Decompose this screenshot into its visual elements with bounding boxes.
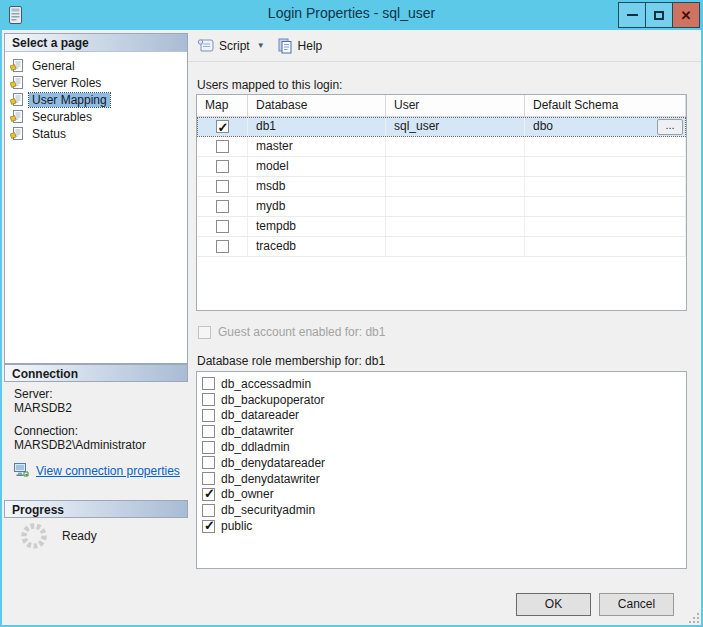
role-checkbox[interactable] [202, 488, 215, 501]
map-checkbox[interactable] [216, 120, 229, 133]
dialog-body: Select a page General Server Roles User … [2, 30, 701, 625]
mapping-table-row[interactable]: db1 sql_user dbo ... [197, 117, 686, 137]
sidebar-page-item[interactable]: User Mapping [5, 91, 187, 108]
role-label: db_denydatareader [221, 456, 325, 470]
guest-account-checkbox [198, 326, 211, 339]
role-checkbox[interactable] [202, 425, 215, 438]
role-checkbox[interactable] [202, 520, 215, 533]
page-icon [10, 110, 25, 124]
map-checkbox[interactable] [216, 140, 229, 153]
script-button-label: Script [219, 39, 250, 53]
close-icon: ✕ [681, 8, 692, 23]
mapping-table-row[interactable]: master [197, 137, 686, 157]
role-list-item[interactable]: db_datawriter [197, 423, 686, 439]
role-label: db_accessadmin [221, 377, 311, 391]
cancel-button[interactable]: Cancel [599, 593, 674, 616]
user-cell [386, 217, 525, 236]
progress-spinner-icon [20, 522, 48, 550]
sidebar-page-item[interactable]: Securables [5, 108, 187, 125]
role-label: db_datawriter [221, 424, 294, 438]
role-checkbox[interactable] [202, 456, 215, 469]
help-button-label: Help [298, 39, 323, 53]
mapping-table-row[interactable]: msdb [197, 177, 686, 197]
column-header-user: User [386, 95, 525, 116]
user-cell: sql_user [386, 117, 525, 136]
role-list-item[interactable]: db_securityadmin [197, 502, 686, 518]
role-checkbox[interactable] [202, 393, 215, 406]
server-value: MARSDB2 [14, 401, 192, 415]
database-cell: tempdb [248, 217, 386, 236]
user-cell [386, 157, 525, 176]
role-list-item[interactable]: public [197, 518, 686, 534]
connection-header: Connection [4, 364, 188, 382]
default-schema-browse-button[interactable]: ... [657, 119, 683, 135]
ok-button[interactable]: OK [516, 593, 591, 616]
mapping-table-row[interactable]: model [197, 157, 686, 177]
user-cell [386, 237, 525, 256]
role-checkbox[interactable] [202, 377, 215, 390]
default-schema-cell [525, 197, 686, 216]
main-toolbar: Script ▼ Help [188, 30, 701, 62]
default-schema-cell [525, 177, 686, 196]
database-cell: master [248, 137, 386, 156]
page-icon [10, 59, 25, 73]
database-cell: msdb [248, 177, 386, 196]
role-list-item[interactable]: db_datareader [197, 408, 686, 424]
map-checkbox[interactable] [216, 240, 229, 253]
script-dropdown-icon[interactable]: ▼ [257, 41, 265, 50]
sidebar-page-item[interactable]: Status [5, 125, 187, 142]
role-label: db_owner [221, 487, 274, 501]
role-list-item[interactable]: db_denydatareader [197, 455, 686, 471]
role-list-item[interactable]: db_owner [197, 487, 686, 503]
sidebar-page-item[interactable]: General [5, 57, 187, 74]
role-checkbox[interactable] [202, 504, 215, 517]
minimize-icon [627, 14, 638, 16]
map-checkbox[interactable] [216, 220, 229, 233]
sidebar-page-label: User Mapping [29, 93, 110, 107]
role-list-item[interactable]: db_backupoperator [197, 392, 686, 408]
view-connection-properties-link[interactable]: View connection properties [36, 464, 180, 478]
map-checkbox[interactable] [216, 200, 229, 213]
role-membership-label: Database role membership for: db1 [197, 354, 385, 368]
page-icon [10, 76, 25, 90]
help-button[interactable]: Help [271, 35, 329, 57]
mapping-table-row[interactable]: tracedb [197, 237, 686, 257]
default-schema-cell [525, 137, 686, 156]
role-list-item[interactable]: db_denydatawriter [197, 471, 686, 487]
user-cell [386, 137, 525, 156]
mapping-table-body: db1 sql_user dbo ... master model msdb m… [197, 117, 686, 257]
role-list-item[interactable]: db_ddladmin [197, 439, 686, 455]
default-schema-cell [525, 217, 686, 236]
minimize-button[interactable] [618, 2, 646, 28]
page-icon [10, 93, 25, 107]
user-cell [386, 177, 525, 196]
titlebar: Login Properties - sql_user ✕ [0, 0, 703, 30]
close-button[interactable]: ✕ [672, 2, 700, 28]
table-header-row: Map Database User Default Schema [197, 95, 686, 117]
mapping-table-row[interactable]: mydb [197, 197, 686, 217]
progress-header: Progress [4, 500, 188, 518]
connection-info: Server: MARSDB2 Connection: MARSDB2\Admi… [14, 387, 192, 478]
maximize-button[interactable] [645, 2, 673, 28]
database-cell: model [248, 157, 386, 176]
select-page-panel: Select a page General Server Roles User … [4, 33, 188, 364]
column-header-default-schema: Default Schema [525, 95, 686, 116]
default-schema-cell [525, 237, 686, 256]
server-label: Server: [14, 387, 192, 401]
mapping-table-row[interactable]: tempdb [197, 217, 686, 237]
role-checkbox[interactable] [202, 472, 215, 485]
role-checkbox[interactable] [202, 441, 215, 454]
role-checkbox[interactable] [202, 409, 215, 422]
user-mapping-table: Map Database User Default Schema db1 sql… [196, 94, 687, 311]
sidebar-page-item[interactable]: Server Roles [5, 74, 187, 91]
map-checkbox[interactable] [216, 160, 229, 173]
column-header-map: Map [197, 95, 248, 116]
connection-value: MARSDB2\Administrator [14, 438, 192, 452]
role-label: db_denydatawriter [221, 472, 320, 486]
map-checkbox[interactable] [216, 180, 229, 193]
sidebar-page-label: Server Roles [29, 76, 104, 90]
resize-grip[interactable] [689, 613, 699, 623]
script-button[interactable]: Script ▼ [191, 35, 271, 56]
role-list-item[interactable]: db_accessadmin [197, 376, 686, 392]
default-schema-cell [525, 157, 686, 176]
